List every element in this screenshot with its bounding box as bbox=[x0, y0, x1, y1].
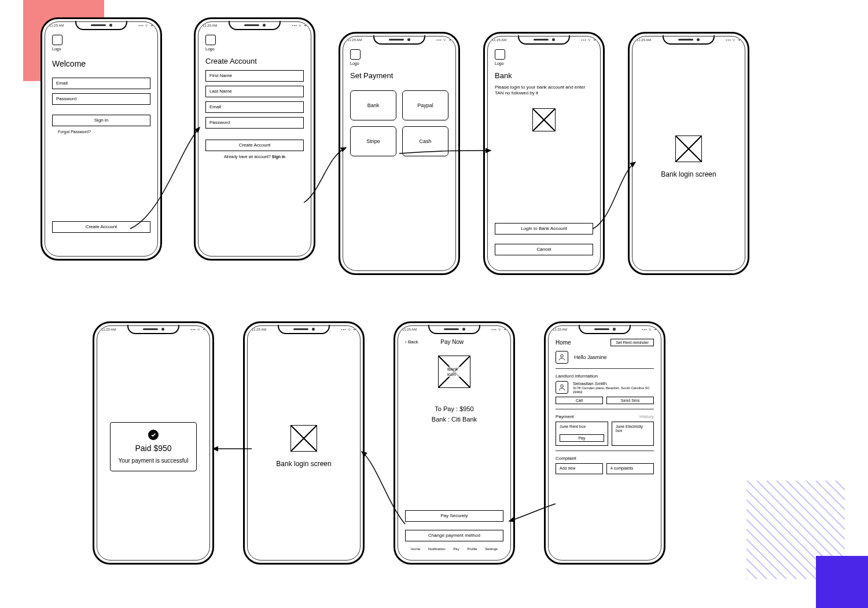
flow-arrow bbox=[0, 0, 868, 608]
decorative-blue-square bbox=[816, 556, 868, 608]
wireframe-canvas: 11:25 AM▪▪▪ ᯤ ▭ Logo Welcome Email Passw… bbox=[0, 0, 868, 608]
